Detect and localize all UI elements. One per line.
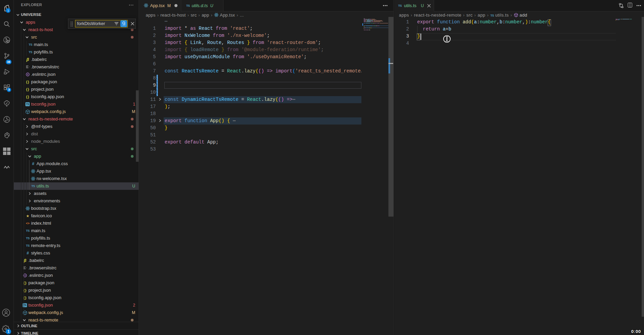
svg-text:0:00: 0:00 — [631, 329, 641, 334]
